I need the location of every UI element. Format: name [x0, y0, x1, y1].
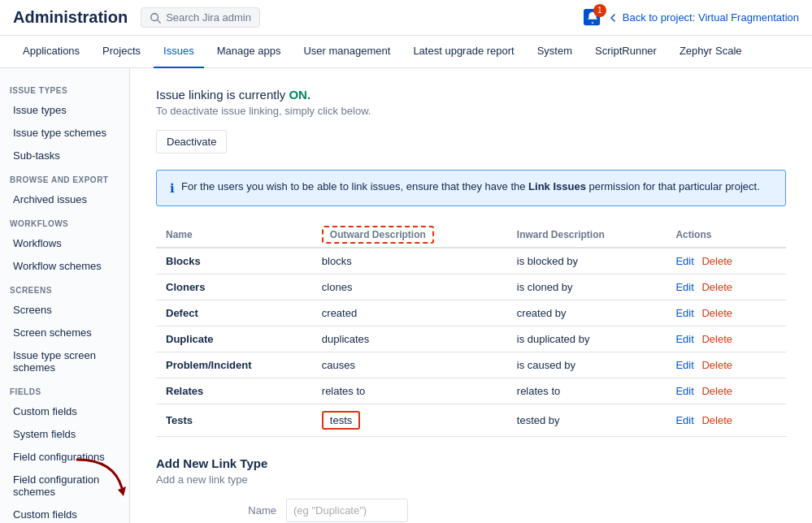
- deactivate-button[interactable]: Deactivate: [156, 130, 227, 153]
- cell-inward: created by: [507, 300, 667, 326]
- info-icon: ℹ: [170, 181, 175, 196]
- delete-link[interactable]: Delete: [701, 385, 732, 397]
- sidebar-item-issue-types[interactable]: Issue types: [3, 99, 126, 121]
- nav-upgrade-report[interactable]: Latest upgrade report: [403, 36, 523, 68]
- cell-actions: Edit Delete: [666, 300, 786, 326]
- back-to-project-link[interactable]: Back to project: Virtual Fragmentation: [608, 11, 799, 24]
- delete-link[interactable]: Delete: [701, 359, 732, 371]
- sidebar-item-issue-type-schemes[interactable]: Issue type schemes: [3, 122, 126, 144]
- col-name: Name: [156, 223, 312, 248]
- sidebar-item-custom-fields[interactable]: Custom fields: [3, 400, 126, 422]
- edit-link[interactable]: Edit: [675, 359, 693, 371]
- sidebar-item-sub-tasks[interactable]: Sub-tasks: [3, 145, 126, 166]
- col-actions: Actions: [666, 223, 786, 248]
- issue-linking-status-desc: To deactivate issue linking, simply clic…: [156, 105, 786, 117]
- edit-link[interactable]: Edit: [675, 414, 693, 426]
- top-nav: Applications Projects Issues Manage apps…: [0, 36, 812, 68]
- edit-link[interactable]: Edit: [675, 333, 693, 345]
- cell-name: Cloners: [156, 274, 312, 300]
- info-text: For the users you wish to be able to lin…: [181, 180, 528, 192]
- sidebar-item-screen-schemes[interactable]: Screen schemes: [3, 322, 126, 344]
- cell-inward: is caused by: [507, 352, 667, 378]
- name-row: Name: [156, 499, 786, 522]
- cell-outward: relates to: [312, 378, 507, 404]
- table-row: Blocksblocksis blocked byEdit Delete: [156, 248, 786, 274]
- add-new-link-type-section: Add New Link Type Add a new link type Na…: [156, 456, 786, 523]
- search-bar[interactable]: Search Jira admin: [141, 7, 260, 28]
- cell-inward: relates to: [507, 378, 667, 404]
- sidebar-item-archived-issues[interactable]: Archived issues: [3, 188, 126, 210]
- nav-scriptrunner[interactable]: ScriptRunner: [585, 36, 667, 68]
- notification-count: 1: [593, 4, 606, 17]
- delete-link[interactable]: Delete: [701, 333, 732, 345]
- info-text2: permission for that particular project.: [586, 180, 760, 192]
- nav-manage-apps[interactable]: Manage apps: [207, 36, 291, 68]
- nav-projects[interactable]: Projects: [93, 36, 150, 68]
- link-types-table: Name Outward Description Inward Descript…: [156, 223, 786, 437]
- sidebar-item-field-configuration-schemes[interactable]: Field configuration schemes: [3, 469, 126, 503]
- edit-link[interactable]: Edit: [675, 281, 693, 293]
- cell-actions: Edit Delete: [666, 326, 786, 352]
- cell-name: Problem/Incident: [156, 352, 312, 378]
- outward-description-header: Outward Description: [322, 226, 434, 244]
- table-row: Teststeststested byEdit Delete: [156, 404, 786, 437]
- main-content: Issue linking is currently ON. To deacti…: [130, 68, 812, 523]
- cell-actions: Edit Delete: [666, 404, 786, 437]
- header: Administration Search Jira admin 1 Back …: [0, 0, 812, 36]
- cell-inward: is duplicated by: [507, 326, 667, 352]
- sidebar-item-screens[interactable]: Screens: [3, 299, 126, 321]
- delete-link[interactable]: Delete: [701, 255, 732, 267]
- cell-name: Defect: [156, 300, 312, 326]
- sidebar-item-system-fields[interactable]: System fields: [3, 423, 126, 445]
- cell-outward: blocks: [312, 248, 507, 274]
- edit-link[interactable]: Edit: [675, 385, 693, 397]
- edit-link[interactable]: Edit: [675, 255, 693, 267]
- cell-name: Blocks: [156, 248, 312, 274]
- link-issues-permission: Link Issues: [528, 180, 586, 192]
- col-inward: Inward Description: [507, 223, 667, 248]
- back-to-project-label: Back to project: Virtual Fragmentation: [623, 11, 799, 24]
- info-box: ℹ For the users you wish to be able to l…: [156, 170, 786, 206]
- nav-zephyr-scale[interactable]: Zephyr Scale: [670, 36, 752, 68]
- notification-area[interactable]: 1: [584, 9, 601, 27]
- cell-actions: Edit Delete: [666, 378, 786, 404]
- issue-linking-status-value: ON.: [289, 88, 310, 102]
- admin-title: Administration: [13, 8, 128, 27]
- cell-actions: Edit Delete: [666, 274, 786, 300]
- table-row: Clonersclonesis cloned byEdit Delete: [156, 274, 786, 300]
- edit-link[interactable]: Edit: [675, 307, 693, 319]
- cell-inward: tested by: [507, 404, 667, 437]
- sidebar: ISSUE TYPES Issue types Issue type schem…: [0, 68, 130, 523]
- header-right: 1 Back to project: Virtual Fragmentation: [584, 9, 799, 27]
- sidebar-item-workflows[interactable]: Workflows: [3, 232, 126, 254]
- sidebar-item-custom-fields-optimizer[interactable]: Custom fields optimizer: [3, 504, 126, 523]
- table-row: Relatesrelates torelates toEdit Delete: [156, 378, 786, 404]
- back-arrow-icon: [608, 13, 618, 23]
- cell-inward: is blocked by: [507, 248, 667, 274]
- sidebar-section-browse-export: BROWSE AND EXPORT: [0, 167, 129, 188]
- cell-inward: is cloned by: [507, 274, 667, 300]
- svg-line-1: [158, 19, 161, 23]
- add-section-desc: Add a new link type: [156, 473, 786, 486]
- search-icon: [150, 12, 161, 24]
- sidebar-item-issue-type-screen-schemes[interactable]: Issue type screen schemes: [3, 344, 126, 378]
- nav-issues[interactable]: Issues: [154, 36, 204, 68]
- nav-applications[interactable]: Applications: [13, 36, 89, 68]
- nav-user-management[interactable]: User management: [293, 36, 400, 68]
- nav-system[interactable]: System: [528, 36, 582, 68]
- add-section-title: Add New Link Type: [156, 456, 786, 470]
- cell-actions: Edit Delete: [666, 248, 786, 274]
- delete-link[interactable]: Delete: [701, 414, 732, 426]
- sidebar-section-fields: FIELDS: [0, 379, 129, 400]
- sidebar-item-workflow-schemes[interactable]: Workflow schemes: [3, 255, 126, 277]
- sidebar-section-workflows: WORKFLOWS: [0, 211, 129, 231]
- delete-link[interactable]: Delete: [701, 281, 732, 293]
- cell-name: Duplicate: [156, 326, 312, 352]
- cell-outward: clones: [312, 274, 507, 300]
- sidebar-item-field-configurations[interactable]: Field configurations: [3, 446, 126, 468]
- delete-link[interactable]: Delete: [701, 307, 732, 319]
- name-input[interactable]: [286, 499, 408, 522]
- col-outward: Outward Description: [312, 223, 507, 248]
- cell-name: Relates: [156, 378, 312, 404]
- sidebar-section-screens: SCREENS: [0, 278, 129, 298]
